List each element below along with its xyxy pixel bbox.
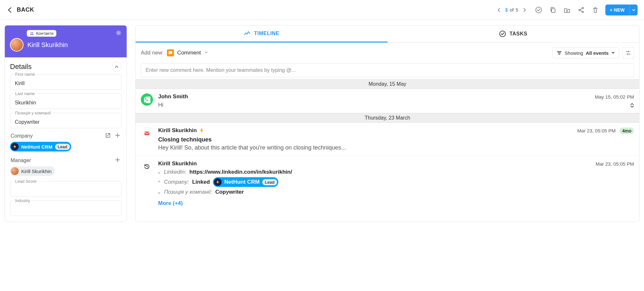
entry-author: John Smith — [158, 93, 188, 100]
plus-icon — [114, 157, 121, 163]
chevron-up-icon — [114, 64, 119, 69]
pager-next[interactable] — [520, 6, 529, 14]
panel-tabs: TIMELINE TASKS — [136, 25, 639, 43]
lead-score-input[interactable] — [14, 187, 117, 194]
pager-sep: of — [510, 7, 514, 13]
filter-prefix: Showing — [565, 50, 583, 56]
tab-timeline-label: TIMELINE — [254, 31, 279, 36]
pager-prev[interactable] — [495, 6, 503, 14]
sliders-icon — [625, 50, 631, 56]
filter-value: All events — [586, 50, 609, 56]
company-logo-icon — [214, 178, 222, 186]
add-new-type[interactable]: Comment — [177, 50, 201, 56]
industry-field[interactable]: Industry — [10, 200, 121, 216]
share-button[interactable] — [577, 6, 585, 14]
comment-input[interactable]: Enter new comment here. Mention your tea… — [141, 63, 634, 77]
last-name-input[interactable] — [14, 100, 117, 106]
add-company-button[interactable] — [114, 132, 121, 140]
record-pager: 3 of 5 — [495, 6, 529, 14]
manager-chip[interactable]: Kirill Skurikhin — [10, 166, 55, 176]
svg-point-6 — [500, 31, 505, 37]
company-chip[interactable]: NetHunt CRM Lead — [10, 142, 71, 151]
change-linkedin: LinkedIn: https://www.linkedin.com/in/ks… — [158, 169, 634, 175]
entry-author: Kirill Skurikhin — [158, 127, 197, 134]
delete-button[interactable] — [591, 6, 600, 14]
tab-timeline[interactable]: TIMELINE — [136, 25, 388, 43]
timeline-entry-whatsapp[interactable]: John Smith May 15, 05:02 PM Hi — [136, 89, 639, 113]
company-chip-stage: Lead — [55, 144, 70, 150]
folder-chip-label: Контакти — [36, 31, 53, 36]
change-list: LinkedIn: https://www.linkedin.com/in/ks… — [158, 169, 634, 195]
company-chip-name: NetHunt CRM — [21, 144, 53, 150]
last-name-field[interactable]: Last name — [10, 93, 121, 109]
tab-tasks-label: TASKS — [509, 31, 527, 37]
events-filter-button[interactable]: Showing All events — [552, 47, 619, 58]
filter-icon — [556, 50, 562, 56]
svg-point-0 — [536, 7, 542, 13]
change-key: Company: — [164, 179, 189, 185]
svg-rect-1 — [552, 9, 555, 13]
details-header: Details — [10, 63, 32, 71]
email-icon — [141, 127, 153, 140]
change-position: Позиція у компанії: Copywriter — [158, 189, 634, 195]
tab-tasks[interactable]: TASKS — [388, 25, 639, 42]
add-manager-button[interactable] — [114, 157, 121, 164]
entry-subject: Closing techniques — [158, 136, 634, 143]
mark-done-button[interactable] — [534, 6, 543, 14]
pager-current: 3 — [505, 7, 508, 13]
record-settings-button[interactable] — [116, 30, 121, 37]
manager-chip-name: Kirill Skurikhin — [21, 169, 52, 174]
back-label: BACK — [17, 6, 34, 13]
more-changes-link[interactable]: More (+4) — [158, 200, 634, 207]
whatsapp-icon — [141, 93, 153, 106]
collapse-details-button[interactable] — [112, 62, 121, 72]
first-name-field[interactable]: First name — [10, 74, 121, 90]
open-company-button[interactable] — [105, 132, 111, 140]
entry-preview: Hey Kirill! So, about this article that … — [158, 144, 634, 151]
arrow-left-icon — [6, 6, 14, 14]
new-button-label: + NEW — [605, 5, 629, 15]
change-key: LinkedIn: — [164, 169, 186, 175]
folder-chip[interactable]: Контакти — [27, 30, 56, 37]
change-company: Company: Linked NetHunt CRM Lead — [158, 177, 634, 187]
back-button[interactable]: BACK — [6, 6, 34, 14]
entry-age-badge: 4mo — [620, 128, 634, 134]
manager-section-label: Manager — [11, 158, 31, 163]
position-label: Позиція у компанії — [14, 111, 53, 115]
external-link-icon — [105, 132, 111, 139]
top-bar: BACK 3 of 5 + NEW — [0, 0, 644, 20]
timeline-panel: TIMELINE TASKS Add new: Comment — [135, 25, 639, 222]
company-chip-name: NetHunt CRM — [224, 179, 260, 185]
first-name-input[interactable] — [14, 80, 117, 87]
entry-time: Mar 23, 05:05 PM — [596, 161, 634, 167]
contact-sidebar: Контакти Kirill Skurikhin Details First … — [5, 25, 127, 222]
new-button-dropdown[interactable] — [629, 5, 638, 15]
contacts-icon — [30, 31, 34, 36]
bolt-icon — [199, 128, 204, 133]
company-chip[interactable]: NetHunt CRM Lead — [213, 177, 278, 187]
chevron-down-icon — [611, 51, 615, 55]
new-button[interactable]: + NEW — [605, 5, 638, 15]
entry-message: Hi — [158, 102, 163, 108]
plus-icon — [114, 132, 121, 139]
manager-avatar — [11, 167, 19, 175]
timeline-entry-email[interactable]: Kirill Skurikhin Mar 23, 05:05 PM 4mo Cl… — [136, 123, 639, 156]
top-actions: 3 of 5 + NEW — [495, 5, 638, 15]
contact-avatar[interactable] — [10, 38, 24, 52]
industry-input[interactable] — [14, 207, 117, 213]
move-folder-button[interactable] — [563, 6, 571, 14]
timeline-settings-button[interactable] — [622, 47, 634, 59]
position-field[interactable]: Позиція у компанії — [10, 113, 121, 128]
position-input[interactable] — [14, 119, 117, 125]
company-chip-stage: Lead — [262, 179, 277, 185]
add-new-type-dropdown[interactable] — [204, 50, 208, 56]
lead-score-label: Lead Score — [14, 179, 38, 184]
date-separator: Thursday, 23 March — [136, 113, 639, 123]
change-key: Позиція у компанії: — [164, 189, 212, 195]
copy-button[interactable] — [549, 6, 557, 14]
lead-score-field[interactable]: Lead Score — [10, 181, 121, 197]
change-value: https://www.linkedin.com/in/kskurikhin/ — [189, 169, 292, 175]
add-new-label: Add new: — [141, 50, 164, 56]
timeline-entry-history[interactable]: Kirill Skurikhin Mar 23, 05:05 PM Linked… — [136, 156, 639, 211]
expand-toggle[interactable] — [630, 103, 634, 108]
